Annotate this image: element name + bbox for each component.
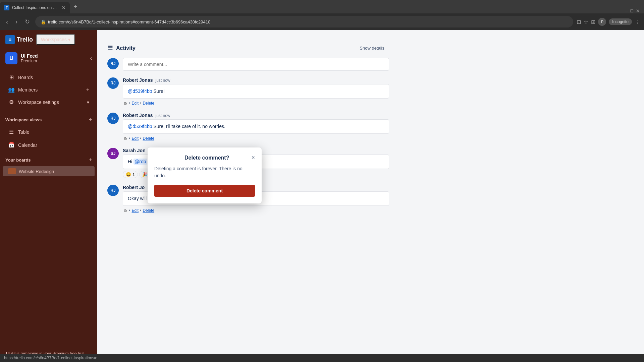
trello-icon: ≡: [5, 35, 15, 44]
add-view-icon[interactable]: +: [89, 117, 92, 123]
comment-input-field[interactable]: [123, 58, 389, 71]
table-label: Table: [18, 129, 29, 135]
delete-button-2[interactable]: Delete: [143, 136, 154, 141]
add-board-icon[interactable]: +: [89, 157, 92, 163]
trello-label: Trello: [17, 36, 33, 43]
members-label: Members: [18, 87, 38, 93]
comment-author-2: Robert Jonas: [123, 113, 153, 118]
board-item-website-redesign[interactable]: Website Redesign: [3, 166, 95, 176]
comment-actions-2: ☺ • Edit • Delete: [123, 136, 389, 141]
bookmark-icon[interactable]: ☆: [584, 19, 588, 25]
comment-text-2: Sure, I'll take care of it. no worries.: [152, 124, 225, 129]
sidebar-item-members[interactable]: 👥 Members +: [3, 84, 95, 96]
comment-input-area: RJ: [107, 58, 389, 71]
delete-comment-dialog: Delete comment? × Deleting a comment is …: [148, 147, 262, 203]
comment-mention-1: @d539f4bb: [128, 88, 152, 94]
party-emoji: 🎉: [142, 172, 148, 177]
sidebar-header: ≡ Trello Workspaces ▾: [0, 30, 97, 49]
new-tab-button[interactable]: +: [70, 3, 82, 10]
workspace-settings-label: Workspace settings: [18, 100, 59, 105]
workspace-views-label: Workspace views: [5, 117, 42, 122]
members-icon: 👥: [8, 86, 15, 93]
sidebar-item-calendar[interactable]: 📅 Calendar: [3, 139, 95, 151]
workspace-avatar: U: [5, 52, 17, 64]
board-label: Website Redesign: [19, 169, 54, 174]
dot-separator: •: [140, 136, 141, 141]
comment-mention-3: @rob: [133, 159, 147, 165]
close-window-icon[interactable]: ✕: [636, 8, 640, 13]
delete-button-4[interactable]: Delete: [143, 208, 154, 213]
dot-separator: •: [140, 208, 141, 213]
menu-icon[interactable]: ⋮: [635, 19, 640, 25]
cast-icon[interactable]: ⊡: [577, 19, 581, 25]
current-user-avatar: RJ: [107, 58, 119, 69]
collapse-sidebar-button[interactable]: ‹: [90, 55, 92, 61]
dot-separator: •: [129, 208, 130, 213]
chevron-down-icon: ▾: [87, 100, 89, 105]
workspaces-dropdown[interactable]: Workspaces ▾: [36, 34, 75, 45]
boards-label: Boards: [18, 75, 33, 80]
dot-separator: •: [129, 101, 130, 106]
minimize-icon[interactable]: ─: [625, 8, 628, 13]
add-members-icon[interactable]: +: [86, 87, 89, 93]
chevron-down-icon: ▾: [68, 37, 70, 42]
forward-button[interactable]: ›: [13, 17, 19, 27]
tab-close-icon[interactable]: ✕: [62, 5, 66, 10]
comment-bubble-2: @d539f4bb Sure, I'll take care of it. no…: [123, 119, 389, 134]
comment-time-1: just now: [155, 78, 170, 83]
emoji-badge-smile[interactable]: 😀 1: [123, 171, 138, 178]
comment-author-1: Robert Jonas: [123, 77, 153, 83]
delete-button-1[interactable]: Delete: [143, 101, 154, 106]
activity-title: Activity: [116, 45, 136, 51]
activity-list-icon: ☰: [107, 45, 113, 52]
extension-icon[interactable]: ⊞: [591, 19, 595, 25]
comment-avatar-rj-2: RJ: [107, 113, 119, 124]
back-button[interactable]: ‹: [4, 17, 10, 27]
sidebar-item-boards[interactable]: ⊞ Boards: [3, 71, 95, 83]
comment-text-1: Sure!: [152, 88, 165, 94]
sidebar: ≡ Trello Workspaces ▾ U UI Feed Premium …: [0, 30, 97, 362]
address-bar[interactable]: 🔒 trello.com/c/s6n4B7Bq/1-collect-inspir…: [35, 16, 573, 27]
react-button-1[interactable]: ☺: [123, 101, 127, 106]
comment-avatar-rj-4: RJ: [107, 185, 119, 196]
comment-entry-2: RJ Robert Jonas just now @d539f4bb Sure,…: [107, 113, 389, 141]
incognito-badge: Incognito: [609, 18, 632, 25]
comment-avatar-rj-1: RJ: [107, 77, 119, 89]
maximize-icon[interactable]: □: [631, 8, 633, 13]
workspace-card: U UI Feed Premium ‹: [0, 49, 97, 68]
dialog-close-button[interactable]: ×: [251, 154, 255, 161]
calendar-label: Calendar: [18, 142, 37, 148]
comment-bubble-1: @d539f4bb Sure!: [123, 84, 389, 99]
reload-button[interactable]: ↻: [23, 17, 32, 27]
comment-author-line-1: Robert Jonas just now: [123, 77, 389, 83]
smile-count: 1: [132, 172, 135, 177]
comment-actions-1: ☺ • Edit • Delete: [123, 101, 389, 106]
dialog-title: Delete comment?: [162, 155, 251, 161]
show-details-button[interactable]: Show details: [355, 44, 389, 53]
status-bar: https://trello.com/c/s6n4B7Bq/1-collect-…: [0, 354, 644, 362]
react-button-2[interactable]: ☺: [123, 136, 127, 141]
edit-button-1[interactable]: Edit: [132, 101, 139, 106]
lock-icon: 🔒: [41, 19, 46, 24]
edit-button-4[interactable]: Edit: [132, 208, 139, 213]
active-tab[interactable]: T Collect Inspirations on Website R... ✕: [0, 2, 70, 13]
comment-author-4: Robert Jo: [123, 185, 145, 190]
dot-separator: •: [129, 136, 130, 141]
workspace-name: UI Feed: [21, 53, 87, 59]
trello-logo[interactable]: ≡ Trello: [5, 35, 33, 44]
profile-icon[interactable]: P: [598, 18, 606, 26]
calendar-icon: 📅: [8, 142, 15, 148]
sidebar-item-table[interactable]: ☰ Table: [3, 126, 95, 138]
edit-button-2[interactable]: Edit: [132, 136, 139, 141]
delete-confirm-button[interactable]: Delete comment: [154, 185, 255, 197]
activity-header: ☰ Activity Show details: [107, 44, 389, 53]
workspace-info: UI Feed Premium: [21, 53, 87, 63]
react-button-4[interactable]: ☺: [123, 208, 127, 213]
dialog-header: Delete comment? ×: [154, 154, 255, 161]
comment-mention-2: @d539f4bb: [128, 124, 152, 129]
sidebar-nav: ⊞ Boards 👥 Members + ⚙ Workspace setting…: [0, 68, 97, 111]
comment-actions-4: ☺ • Edit • Delete: [123, 208, 389, 213]
comment-author-line-2: Robert Jonas just now: [123, 113, 389, 118]
workspace-views-header: Workspace views +: [0, 114, 97, 125]
sidebar-item-workspace-settings[interactable]: ⚙ Workspace settings ▾: [3, 96, 95, 108]
